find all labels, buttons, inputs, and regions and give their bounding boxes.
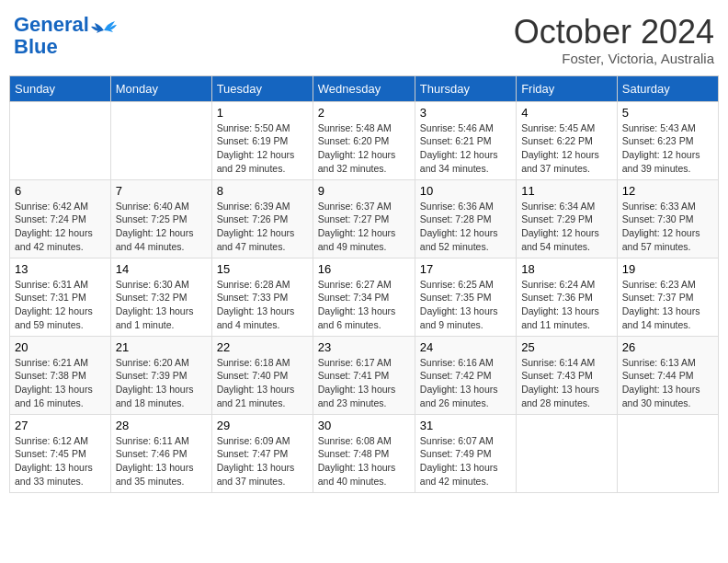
calendar-cell: 28Sunrise: 6:11 AMSunset: 7:46 PMDayligh… — [110, 414, 211, 492]
day-info: Sunrise: 6:27 AMSunset: 7:34 PMDaylight:… — [318, 278, 410, 332]
day-info: Sunrise: 6:09 AMSunset: 7:47 PMDaylight:… — [217, 434, 308, 488]
calendar-table: SundayMondayTuesdayWednesdayThursdayFrid… — [9, 75, 719, 493]
day-header-tuesday: Tuesday — [211, 75, 313, 101]
calendar-cell: 18Sunrise: 6:24 AMSunset: 7:36 PMDayligh… — [517, 258, 618, 336]
day-number: 23 — [318, 340, 410, 354]
calendar-cell: 17Sunrise: 6:25 AMSunset: 7:35 PMDayligh… — [415, 258, 516, 336]
day-number: 6 — [15, 184, 106, 198]
day-number: 21 — [116, 340, 207, 354]
day-number: 30 — [318, 419, 410, 432]
page-header: GeneralBlue October 2024 Foster, Victori… — [9, 9, 719, 66]
day-header-sunday: Sunday — [10, 75, 111, 101]
day-info: Sunrise: 6:36 AMSunset: 7:28 PMDaylight:… — [420, 200, 511, 254]
calendar-cell: 10Sunrise: 6:36 AMSunset: 7:28 PMDayligh… — [415, 179, 516, 258]
calendar-cell — [617, 414, 718, 492]
day-info: Sunrise: 6:28 AMSunset: 7:33 PMDaylight:… — [217, 278, 308, 332]
day-number: 12 — [622, 184, 713, 198]
day-number: 4 — [521, 106, 612, 120]
day-info: Sunrise: 6:25 AMSunset: 7:35 PMDaylight:… — [420, 278, 511, 332]
day-number: 16 — [318, 262, 410, 276]
day-number: 29 — [217, 419, 308, 432]
day-info: Sunrise: 5:45 AMSunset: 6:22 PMDaylight:… — [521, 121, 612, 176]
day-info: Sunrise: 6:23 AMSunset: 7:37 PMDaylight:… — [622, 278, 713, 332]
day-info: Sunrise: 6:07 AMSunset: 7:49 PMDaylight:… — [420, 434, 511, 488]
calendar-cell: 4Sunrise: 5:45 AMSunset: 6:22 PMDaylight… — [517, 101, 618, 179]
day-info: Sunrise: 6:37 AMSunset: 7:27 PMDaylight:… — [318, 200, 410, 254]
day-number: 26 — [622, 340, 713, 354]
day-info: Sunrise: 6:14 AMSunset: 7:43 PMDaylight:… — [521, 356, 612, 410]
calendar-cell — [10, 101, 111, 179]
day-number: 1 — [217, 106, 308, 120]
calendar-header-row: SundayMondayTuesdayWednesdayThursdayFrid… — [10, 75, 719, 101]
week-row-3: 13Sunrise: 6:31 AMSunset: 7:31 PMDayligh… — [10, 258, 719, 336]
calendar-cell: 19Sunrise: 6:23 AMSunset: 7:37 PMDayligh… — [617, 258, 718, 336]
calendar-cell: 14Sunrise: 6:30 AMSunset: 7:32 PMDayligh… — [110, 258, 211, 336]
calendar-cell: 22Sunrise: 6:18 AMSunset: 7:40 PMDayligh… — [211, 336, 313, 414]
day-info: Sunrise: 6:34 AMSunset: 7:29 PMDaylight:… — [521, 200, 612, 254]
calendar-cell: 1Sunrise: 5:50 AMSunset: 6:19 PMDaylight… — [211, 101, 313, 179]
calendar-cell: 24Sunrise: 6:16 AMSunset: 7:42 PMDayligh… — [415, 336, 516, 414]
title-section: October 2024 Foster, Victoria, Australia — [514, 14, 714, 66]
calendar-cell: 7Sunrise: 6:40 AMSunset: 7:25 PMDaylight… — [110, 179, 211, 258]
day-number: 14 — [116, 262, 207, 276]
day-number: 28 — [116, 419, 207, 432]
day-info: Sunrise: 6:33 AMSunset: 7:30 PMDaylight:… — [622, 200, 713, 254]
logo-bird-icon — [91, 21, 117, 41]
calendar-cell: 12Sunrise: 6:33 AMSunset: 7:30 PMDayligh… — [617, 179, 718, 258]
calendar-cell: 29Sunrise: 6:09 AMSunset: 7:47 PMDayligh… — [211, 414, 313, 492]
day-number: 2 — [318, 106, 410, 120]
day-info: Sunrise: 5:43 AMSunset: 6:23 PMDaylight:… — [622, 121, 713, 176]
calendar-cell: 31Sunrise: 6:07 AMSunset: 7:49 PMDayligh… — [415, 414, 516, 492]
day-info: Sunrise: 5:46 AMSunset: 6:21 PMDaylight:… — [420, 121, 511, 176]
day-number: 25 — [521, 340, 612, 354]
day-number: 8 — [217, 184, 308, 198]
calendar-cell: 2Sunrise: 5:48 AMSunset: 6:20 PMDaylight… — [313, 101, 415, 179]
day-info: Sunrise: 6:16 AMSunset: 7:42 PMDaylight:… — [420, 356, 511, 410]
day-info: Sunrise: 6:39 AMSunset: 7:26 PMDaylight:… — [217, 200, 308, 254]
day-number: 15 — [217, 262, 308, 276]
day-number: 19 — [622, 262, 713, 276]
day-number: 11 — [521, 184, 612, 198]
week-row-1: 1Sunrise: 5:50 AMSunset: 6:19 PMDaylight… — [10, 101, 719, 179]
day-info: Sunrise: 6:30 AMSunset: 7:32 PMDaylight:… — [116, 278, 207, 332]
calendar-cell: 11Sunrise: 6:34 AMSunset: 7:29 PMDayligh… — [517, 179, 618, 258]
day-header-wednesday: Wednesday — [313, 75, 415, 101]
day-info: Sunrise: 6:40 AMSunset: 7:25 PMDaylight:… — [116, 200, 207, 254]
calendar-cell: 25Sunrise: 6:14 AMSunset: 7:43 PMDayligh… — [517, 336, 618, 414]
day-info: Sunrise: 6:24 AMSunset: 7:36 PMDaylight:… — [521, 278, 612, 332]
day-info: Sunrise: 6:12 AMSunset: 7:45 PMDaylight:… — [15, 434, 106, 488]
calendar-cell: 30Sunrise: 6:08 AMSunset: 7:48 PMDayligh… — [313, 414, 415, 492]
calendar-cell: 13Sunrise: 6:31 AMSunset: 7:31 PMDayligh… — [10, 258, 111, 336]
calendar-cell: 6Sunrise: 6:42 AMSunset: 7:24 PMDaylight… — [10, 179, 111, 258]
month-title: October 2024 — [514, 14, 714, 51]
day-info: Sunrise: 6:13 AMSunset: 7:44 PMDaylight:… — [622, 356, 713, 410]
calendar-cell: 3Sunrise: 5:46 AMSunset: 6:21 PMDaylight… — [415, 101, 516, 179]
day-info: Sunrise: 6:18 AMSunset: 7:40 PMDaylight:… — [217, 356, 308, 410]
day-header-saturday: Saturday — [617, 75, 718, 101]
day-header-monday: Monday — [110, 75, 211, 101]
day-number: 27 — [15, 419, 106, 432]
day-number: 3 — [420, 106, 511, 120]
day-number: 9 — [318, 184, 410, 198]
calendar-cell: 9Sunrise: 6:37 AMSunset: 7:27 PMDaylight… — [313, 179, 415, 258]
week-row-5: 27Sunrise: 6:12 AMSunset: 7:45 PMDayligh… — [10, 414, 719, 492]
day-header-thursday: Thursday — [415, 75, 516, 101]
calendar-cell: 20Sunrise: 6:21 AMSunset: 7:38 PMDayligh… — [10, 336, 111, 414]
day-info: Sunrise: 5:50 AMSunset: 6:19 PMDaylight:… — [217, 121, 308, 176]
day-number: 20 — [15, 340, 106, 354]
calendar-cell: 27Sunrise: 6:12 AMSunset: 7:45 PMDayligh… — [10, 414, 111, 492]
calendar-cell: 15Sunrise: 6:28 AMSunset: 7:33 PMDayligh… — [211, 258, 313, 336]
week-row-4: 20Sunrise: 6:21 AMSunset: 7:38 PMDayligh… — [10, 336, 719, 414]
day-header-friday: Friday — [517, 75, 618, 101]
day-info: Sunrise: 6:21 AMSunset: 7:38 PMDaylight:… — [15, 356, 106, 410]
calendar-cell — [110, 101, 211, 179]
day-number: 5 — [622, 106, 713, 120]
day-number: 10 — [420, 184, 511, 198]
location: Foster, Victoria, Australia — [514, 51, 714, 66]
calendar-cell: 8Sunrise: 6:39 AMSunset: 7:26 PMDaylight… — [211, 179, 313, 258]
calendar-cell — [517, 414, 618, 492]
logo-text: GeneralBlue — [14, 14, 89, 58]
day-number: 24 — [420, 340, 511, 354]
day-number: 18 — [521, 262, 612, 276]
week-row-2: 6Sunrise: 6:42 AMSunset: 7:24 PMDaylight… — [10, 179, 719, 258]
